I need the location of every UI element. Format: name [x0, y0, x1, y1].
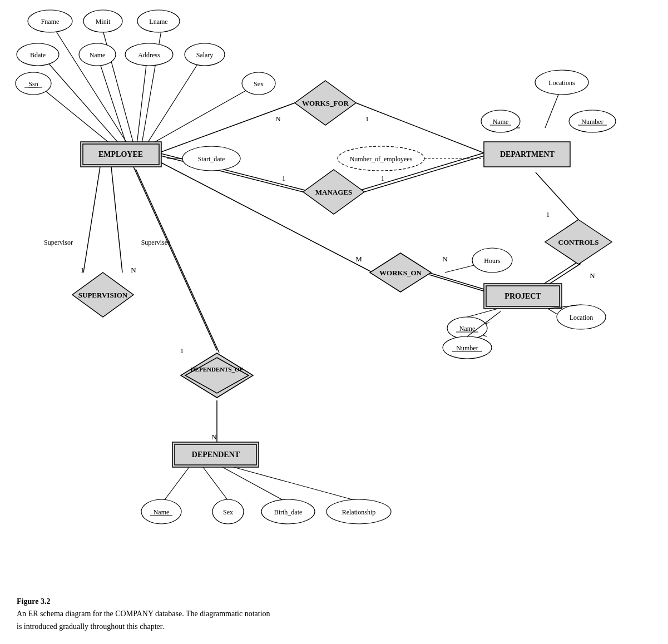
emp-sex-attr: Sex [254, 80, 264, 88]
dependents-of-label: DEPENDENTS_OF [191, 366, 244, 373]
works-on-n-label: N [442, 255, 448, 263]
birth-date-attr: Birth_date [274, 508, 303, 516]
minit-attr: Minit [96, 18, 111, 26]
project-label: PROJECT [504, 292, 541, 300]
svg-line-20 [42, 56, 122, 147]
locations-attr: Locations [548, 79, 575, 87]
salary-attr: Salary [196, 51, 214, 59]
svg-line-10 [428, 273, 484, 289]
svg-line-14 [133, 167, 217, 350]
location-attr: Location [570, 314, 593, 321]
works-for-label: WORKS_FOR [302, 99, 349, 107]
dependent-label: DEPENDENT [192, 450, 240, 459]
svg-line-11 [429, 275, 485, 291]
lname-attr: Lname [149, 18, 167, 26]
er-diagram: WORKS_FOR MANAGES CONTROLS WORKS_ON SUPE… [0, 0, 668, 601]
svg-line-0 [159, 103, 295, 153]
manages-1a-label: 1 [282, 174, 286, 182]
manages-label: MANAGES [315, 188, 352, 196]
works-on-label: WORKS_ON [379, 269, 422, 277]
svg-line-22 [136, 56, 147, 149]
department-label: DEPARTMENT [500, 150, 555, 158]
bdate-attr: Bdate [30, 51, 46, 59]
svg-line-13 [83, 167, 100, 273]
svg-line-24 [36, 83, 120, 151]
manages-1b-label: 1 [381, 174, 385, 182]
figure-caption: Figure 3.2 An ER schema diagram for the … [17, 596, 270, 633]
start-date-attr: Start_date [198, 155, 225, 163]
dep-of-1-label: 1 [180, 346, 184, 355]
dep-of-n-label: N [211, 433, 217, 441]
supervision-label: SUPERVISION [78, 291, 128, 299]
dep-sex-attr: Sex [223, 508, 233, 516]
svg-line-25 [150, 83, 259, 145]
dep-name-attr: Name [154, 508, 170, 516]
ssn-attr: Ssn [28, 80, 38, 88]
svg-line-35 [164, 467, 189, 501]
fname-attr: Fname [41, 18, 60, 26]
controls-1-label: 1 [546, 210, 550, 219]
works-for-n-label: N [275, 115, 281, 123]
controls-n-label: N [590, 271, 595, 280]
dept-number-attr: Number [581, 118, 603, 126]
works-for-1-label: 1 [365, 115, 369, 123]
hours-attr: Hours [484, 257, 501, 265]
svg-line-1 [356, 103, 484, 153]
relationship-attr: Relationship [342, 508, 376, 516]
emp-name-attr: Name [90, 51, 106, 59]
figure-title: Figure 3.2 [17, 597, 50, 606]
svg-line-23 [145, 56, 203, 147]
svg-line-12 [111, 167, 122, 273]
proj-name-attr: Name [459, 325, 476, 333]
works-on-m-label: M [355, 255, 362, 263]
svg-line-36 [203, 467, 228, 501]
svg-line-21 [97, 56, 128, 149]
employee-label: EMPLOYEE [98, 150, 143, 158]
proj-number-attr: Number [456, 344, 478, 352]
svg-line-38 [234, 467, 356, 501]
supervision-n-label: N [131, 266, 136, 274]
svg-line-82 [467, 309, 498, 317]
caption-line1: An ER schema diagram for the COMPANY dat… [17, 610, 270, 618]
caption-line2: is introduced gradually throughout this … [17, 622, 164, 631]
dept-name-attr: Name [493, 118, 509, 126]
controls-label: CONTROLS [558, 238, 599, 246]
svg-line-15 [136, 169, 219, 353]
svg-line-6 [536, 172, 578, 220]
svg-line-31 [445, 264, 478, 273]
svg-marker-44 [181, 353, 253, 398]
num-employees-attr: Number_of_employees [350, 155, 413, 163]
supervisor-label: Supervisor [44, 239, 73, 246]
supervision-1-label: 1 [81, 266, 85, 274]
supervisee-label: Supervisee [141, 239, 171, 246]
address-attr: Address [138, 51, 160, 59]
